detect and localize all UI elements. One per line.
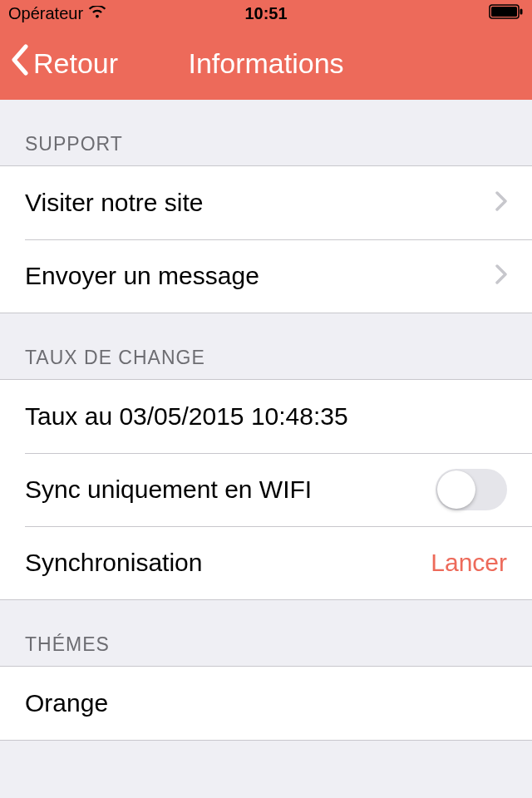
row-label: Envoyer un message — [25, 262, 495, 290]
row-synchronisation: Synchronisation Lancer — [0, 526, 532, 599]
nav-title: Informations — [188, 47, 343, 80]
section-header-themes: THÉMES — [0, 600, 532, 666]
section-header-support: SUPPORT — [0, 100, 532, 165]
row-label: Synchronisation — [25, 549, 431, 577]
battery-icon — [489, 4, 524, 23]
row-label: Taux au 03/05/2015 10:48:35 — [25, 402, 507, 431]
sync-launch-button[interactable]: Lancer — [431, 549, 507, 577]
row-wifi-sync: Sync uniquement en WIFI — [0, 453, 532, 526]
svg-rect-2 — [520, 8, 523, 14]
wifi-sync-toggle[interactable] — [436, 469, 507, 510]
back-label: Retour — [33, 47, 118, 80]
row-label: Visiter notre site — [25, 189, 495, 217]
switch-knob — [437, 470, 475, 509]
content: SUPPORT Visiter notre site Envoyer un me… — [0, 100, 532, 741]
chevron-left-icon — [10, 44, 28, 82]
section-header-exchange: TAUX DE CHANGE — [0, 313, 532, 379]
row-send-message[interactable]: Envoyer un message — [0, 239, 532, 313]
row-rate-date: Taux au 03/05/2015 10:48:35 — [0, 380, 532, 453]
wifi-icon — [88, 4, 106, 23]
row-label: Orange — [25, 689, 507, 717]
section-themes: Orange — [0, 666, 532, 741]
carrier-label: Opérateur — [8, 4, 83, 23]
status-time: 10:51 — [244, 4, 287, 23]
chevron-right-icon — [495, 189, 507, 217]
row-visit-site[interactable]: Visiter notre site — [0, 166, 532, 239]
row-label: Sync uniquement en WIFI — [25, 475, 436, 504]
back-button[interactable]: Retour — [0, 44, 118, 82]
nav-bar: Retour Informations — [0, 27, 532, 100]
status-bar: Opérateur 10:51 — [0, 0, 532, 27]
section-exchange: Taux au 03/05/2015 10:48:35 Sync uniquem… — [0, 379, 532, 600]
chevron-right-icon — [495, 262, 507, 290]
row-theme-current[interactable]: Orange — [0, 667, 532, 740]
section-support: Visiter notre site Envoyer un message — [0, 165, 532, 313]
svg-rect-1 — [491, 7, 517, 17]
